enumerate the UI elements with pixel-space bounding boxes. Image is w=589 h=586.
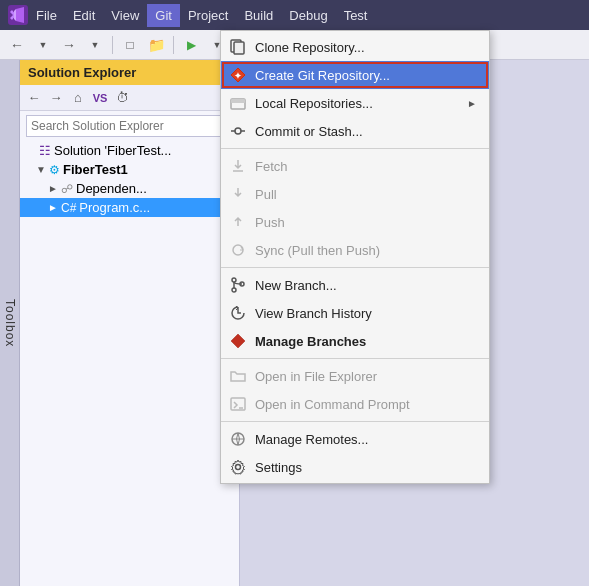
- history-label: View Branch History: [255, 306, 477, 321]
- sync-label: Sync (Pull then Push): [255, 243, 477, 258]
- local-icon: [229, 94, 247, 112]
- undo-button[interactable]: □: [119, 34, 141, 56]
- back-button[interactable]: ←: [6, 34, 28, 56]
- separator-4: [221, 421, 489, 422]
- menu-edit[interactable]: Edit: [65, 4, 103, 27]
- sol-fwd[interactable]: →: [46, 88, 66, 108]
- push-icon: [229, 213, 247, 231]
- menu-bar: File Edit View Git Project Build Debug T…: [0, 0, 589, 30]
- push-label: Push: [255, 215, 477, 230]
- fetch-icon: [229, 157, 247, 175]
- sol-vs[interactable]: VS: [90, 88, 110, 108]
- separator-1: [221, 148, 489, 149]
- svg-point-6: [235, 128, 241, 134]
- clone-label: Clone Repository...: [255, 40, 477, 55]
- solution-search-input[interactable]: [27, 119, 232, 133]
- tree-project[interactable]: ▼ ⚙ FiberTest1: [20, 160, 239, 179]
- menu-test[interactable]: Test: [336, 4, 376, 27]
- branch-icon: [229, 276, 247, 294]
- svg-rect-5: [231, 99, 245, 103]
- menu-build[interactable]: Build: [236, 4, 281, 27]
- menu-project[interactable]: Project: [180, 4, 236, 27]
- solution-label: Solution 'FiberTest...: [54, 143, 171, 158]
- solution-toolbar: ← → ⌂ VS ⏱: [20, 85, 239, 111]
- history-icon: [229, 304, 247, 322]
- forward-button[interactable]: →: [58, 34, 80, 56]
- git-history-item[interactable]: View Branch History: [221, 299, 489, 327]
- git-remotes-item[interactable]: Manage Remotes...: [221, 425, 489, 453]
- git-fetch-item[interactable]: Fetch: [221, 152, 489, 180]
- settings-label: Settings: [255, 460, 477, 475]
- remotes-icon: [229, 430, 247, 448]
- local-label: Local Repositories...: [255, 96, 459, 111]
- dep-icon: ☍: [61, 182, 73, 196]
- git-create-icon: ✦: [229, 66, 247, 84]
- pull-icon: [229, 185, 247, 203]
- sol-home[interactable]: ⌂: [68, 88, 88, 108]
- tree-dependencies[interactable]: ► ☍ Dependen...: [20, 179, 239, 198]
- start-button[interactable]: ▶: [180, 34, 202, 56]
- separator-2: [173, 36, 174, 54]
- git-branch-item[interactable]: New Branch...: [221, 271, 489, 299]
- fetch-label: Fetch: [255, 159, 477, 174]
- toolbox-label: Toolbox: [3, 299, 17, 347]
- file-icon: C#: [61, 201, 76, 215]
- git-file-explorer-item[interactable]: Open in File Explorer: [221, 362, 489, 390]
- solution-explorer-header: Solution Explorer: [20, 60, 239, 85]
- cmd-icon: [229, 395, 247, 413]
- svg-marker-13: [231, 334, 245, 348]
- toolbox-sidebar[interactable]: Toolbox: [0, 60, 20, 586]
- solution-icon: ☷: [39, 143, 51, 158]
- git-create-item[interactable]: ✦ Create Git Repository...: [221, 61, 489, 89]
- project-icon: ⚙: [49, 163, 60, 177]
- file-explorer-label: Open in File Explorer: [255, 369, 477, 384]
- cmd-label: Open in Command Prompt: [255, 397, 477, 412]
- svg-text:✦: ✦: [234, 71, 242, 81]
- remotes-label: Manage Remotes...: [255, 432, 477, 447]
- solution-search-box[interactable]: [26, 115, 233, 137]
- git-sync-item[interactable]: Sync (Pull then Push): [221, 236, 489, 264]
- git-commit-item[interactable]: Commit or Stash...: [221, 117, 489, 145]
- open-folder-button[interactable]: 📁: [145, 34, 167, 56]
- tree-solution[interactable]: ☷ Solution 'FiberTest...: [20, 141, 239, 160]
- manage-branches-icon: [229, 332, 247, 350]
- tree-program[interactable]: ► C# Program.c...: [20, 198, 239, 217]
- clone-icon: [229, 38, 247, 56]
- solution-explorer-title: Solution Explorer: [28, 65, 136, 80]
- file-label: Program.c...: [79, 200, 150, 215]
- git-pull-item[interactable]: Pull: [221, 180, 489, 208]
- commit-label: Commit or Stash...: [255, 124, 477, 139]
- solution-explorer-panel: Solution Explorer ← → ⌂ VS ⏱ ☷ Solution …: [20, 60, 240, 586]
- commit-icon: [229, 122, 247, 140]
- git-clone-item[interactable]: Clone Repository...: [221, 33, 489, 61]
- git-push-item[interactable]: Push: [221, 208, 489, 236]
- git-settings-item[interactable]: Settings: [221, 453, 489, 481]
- dropdown-fwd[interactable]: ▼: [84, 34, 106, 56]
- sync-icon: [229, 241, 247, 259]
- svg-rect-1: [234, 42, 244, 54]
- arrow-icon: ►: [48, 202, 58, 213]
- local-arrow: ►: [467, 98, 477, 109]
- svg-point-18: [236, 465, 241, 470]
- solution-tree: ☷ Solution 'FiberTest... ▼ ⚙ FiberTest1 …: [20, 141, 239, 586]
- git-dropdown-menu: Clone Repository... ✦ Create Git Reposit…: [220, 30, 490, 484]
- svg-point-10: [232, 288, 236, 292]
- menu-view[interactable]: View: [103, 4, 147, 27]
- dropdown-back[interactable]: ▼: [32, 34, 54, 56]
- menu-file[interactable]: File: [28, 4, 65, 27]
- git-manage-branches-item[interactable]: Manage Branches: [221, 327, 489, 355]
- vs-logo: [8, 5, 28, 25]
- arrow-icon: ►: [48, 183, 58, 194]
- sol-clock[interactable]: ⏱: [112, 88, 132, 108]
- separator-2: [221, 267, 489, 268]
- sol-back[interactable]: ←: [24, 88, 44, 108]
- create-git-label: Create Git Repository...: [255, 68, 477, 83]
- menu-debug[interactable]: Debug: [281, 4, 335, 27]
- git-local-item[interactable]: Local Repositories... ►: [221, 89, 489, 117]
- pull-label: Pull: [255, 187, 477, 202]
- arrow-icon: ▼: [36, 164, 46, 175]
- dep-label: Dependen...: [76, 181, 147, 196]
- folder-icon: [229, 367, 247, 385]
- git-cmd-item[interactable]: Open in Command Prompt: [221, 390, 489, 418]
- menu-git[interactable]: Git: [147, 4, 180, 27]
